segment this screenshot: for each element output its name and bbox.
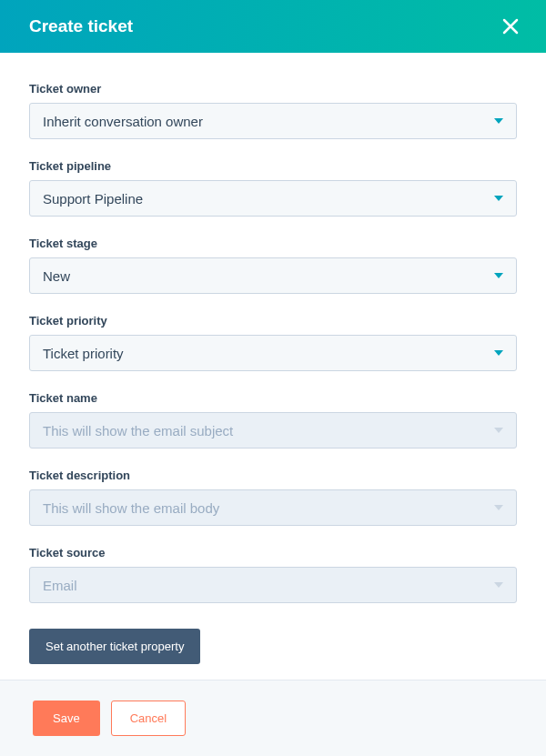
- ticket-owner-label: Ticket owner: [29, 82, 517, 96]
- modal-header: Create ticket: [0, 0, 546, 53]
- caret-down-icon: [494, 505, 503, 510]
- ticket-name-select: This will show the email subject: [29, 412, 517, 449]
- caret-down-icon: [494, 118, 503, 124]
- field-group-priority: Ticket priority Ticket priority: [29, 314, 517, 371]
- save-button[interactable]: Save: [33, 701, 100, 736]
- caret-down-icon: [494, 273, 503, 278]
- caret-down-icon: [494, 196, 503, 201]
- field-group-description: Ticket description This will show the em…: [29, 469, 517, 526]
- cancel-button[interactable]: Cancel: [111, 701, 186, 736]
- caret-down-icon: [494, 428, 503, 433]
- select-value: Email: [43, 578, 494, 593]
- select-value: Ticket priority: [43, 346, 494, 361]
- ticket-stage-label: Ticket stage: [29, 237, 517, 250]
- ticket-description-label: Ticket description: [29, 469, 517, 482]
- modal-footer: Save Cancel: [0, 680, 546, 756]
- ticket-stage-select[interactable]: New: [29, 257, 517, 294]
- ticket-name-label: Ticket name: [29, 391, 517, 405]
- select-value: This will show the email body: [43, 500, 494, 516]
- close-icon[interactable]: [497, 13, 524, 40]
- select-value: Inherit conversation owner: [43, 114, 494, 129]
- form-body: Ticket owner Inherit conversation owner …: [0, 53, 546, 686]
- ticket-description-select: This will show the email body: [29, 489, 517, 526]
- modal-title: Create ticket: [29, 16, 133, 36]
- field-group-owner: Ticket owner Inherit conversation owner: [29, 82, 517, 139]
- set-another-property-button[interactable]: Set another ticket property: [29, 629, 200, 664]
- ticket-source-select: Email: [29, 567, 517, 603]
- select-value: Support Pipeline: [43, 191, 494, 207]
- select-value: New: [43, 268, 494, 284]
- select-value: This will show the email subject: [43, 423, 494, 438]
- caret-down-icon: [494, 582, 503, 588]
- ticket-pipeline-label: Ticket pipeline: [29, 159, 517, 173]
- ticket-priority-label: Ticket priority: [29, 314, 517, 328]
- ticket-owner-select[interactable]: Inherit conversation owner: [29, 103, 517, 139]
- ticket-pipeline-select[interactable]: Support Pipeline: [29, 180, 517, 217]
- ticket-source-label: Ticket source: [29, 546, 517, 559]
- field-group-name: Ticket name This will show the email sub…: [29, 391, 517, 449]
- caret-down-icon: [494, 350, 503, 356]
- field-group-stage: Ticket stage New: [29, 237, 517, 294]
- field-group-source: Ticket source Email: [29, 546, 517, 603]
- ticket-priority-select[interactable]: Ticket priority: [29, 335, 517, 371]
- field-group-pipeline: Ticket pipeline Support Pipeline: [29, 159, 517, 217]
